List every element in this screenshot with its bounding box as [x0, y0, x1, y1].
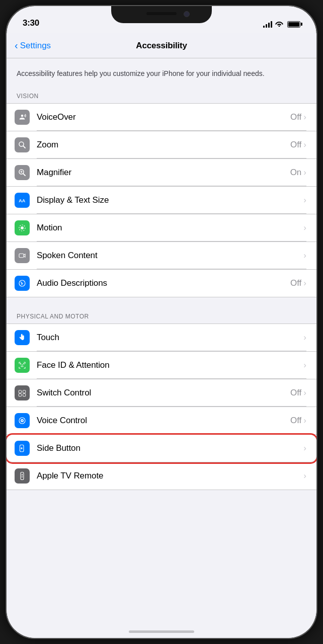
back-chevron-icon: ‹	[15, 40, 18, 51]
list-item[interactable]: Face ID & Attention ›	[7, 352, 316, 379]
svg-rect-10	[19, 254, 24, 258]
description-block: Accessibility features help you customiz…	[7, 58, 316, 87]
list-item[interactable]: Zoom Off ›	[7, 131, 316, 159]
notch	[111, 6, 212, 23]
home-indicator	[129, 630, 194, 633]
chevron-icon: ›	[303, 443, 306, 453]
switch-control-status: Off	[290, 388, 301, 398]
phone-screen: 3:30 ‹	[7, 6, 316, 638]
face-id-label: Face ID & Attention	[37, 360, 110, 370]
zoom-right: Off ›	[290, 140, 306, 150]
chevron-icon: ›	[303, 360, 306, 370]
magnifier-icon	[15, 165, 30, 180]
zoom-status: Off	[290, 140, 301, 150]
svg-rect-15	[19, 394, 21, 396]
section-vision-label: VISION	[17, 93, 39, 100]
camera	[184, 11, 190, 17]
tv-remote-label: Apple TV Remote	[37, 471, 103, 481]
display-text-size-content: Display & Text Size ›	[37, 187, 306, 214]
side-button-icon	[15, 441, 30, 456]
magnifier-status: On	[290, 168, 302, 178]
svg-text:AA: AA	[19, 198, 25, 203]
list-item[interactable]: VoiceOver Off ›	[7, 104, 316, 131]
svg-rect-16	[23, 394, 26, 396]
list-item[interactable]: Motion ›	[7, 214, 316, 242]
svg-point-22	[22, 474, 23, 475]
chevron-icon: ›	[303, 223, 306, 233]
wifi-icon	[275, 20, 283, 28]
physical-group: Touch ›	[7, 324, 316, 490]
nav-bar: ‹ Settings Accessibility	[7, 33, 316, 58]
phone-frame: 3:30 ‹	[6, 5, 317, 639]
list-item[interactable]: Audio Descriptions Off ›	[7, 270, 316, 297]
spoken-content-label: Spoken Content	[37, 251, 98, 261]
switch-control-icon	[15, 385, 30, 400]
zoom-icon	[15, 137, 30, 152]
list-item[interactable]: Magnifier On ›	[7, 159, 316, 187]
chevron-icon: ›	[303, 388, 306, 398]
description-text: Accessibility features help you customiz…	[17, 69, 265, 77]
display-text-size-label: Display & Text Size	[37, 195, 109, 205]
chevron-icon: ›	[303, 168, 306, 178]
magnifier-content: Magnifier On ›	[37, 159, 306, 186]
voice-control-right: Off ›	[290, 416, 306, 426]
battery-icon	[287, 21, 300, 28]
voice-control-label: Voice Control	[37, 416, 87, 426]
switch-control-right: Off ›	[290, 388, 306, 398]
motion-label: Motion	[37, 223, 62, 233]
switch-control-label: Switch Control	[37, 388, 91, 398]
chevron-icon: ›	[303, 278, 306, 288]
audio-desc-icon	[15, 276, 30, 291]
voiceover-status: Off	[290, 112, 301, 122]
svg-point-0	[21, 115, 24, 117]
status-time: 3:30	[23, 18, 39, 28]
audio-desc-content: Audio Descriptions Off ›	[37, 270, 306, 297]
tv-remote-content: Apple TV Remote ›	[37, 462, 306, 490]
back-button[interactable]: ‹ Settings	[15, 40, 51, 51]
chevron-icon: ›	[303, 140, 306, 150]
back-label[interactable]: Settings	[20, 41, 51, 51]
content-scroll[interactable]: Accessibility features help you customiz…	[7, 58, 316, 638]
voice-control-status: Off	[290, 416, 301, 426]
chevron-icon: ›	[303, 416, 306, 426]
svg-point-8	[21, 226, 24, 229]
svg-point-19	[22, 420, 23, 421]
spoken-content-icon	[15, 248, 30, 263]
page-title: Accessibility	[136, 41, 187, 51]
switch-control-content: Switch Control Off ›	[37, 379, 306, 407]
zoom-content: Zoom Off ›	[37, 131, 306, 158]
section-vision-header: VISION	[7, 87, 316, 103]
list-item[interactable]: Touch ›	[7, 324, 316, 352]
chevron-icon: ›	[303, 251, 306, 261]
motion-icon	[15, 220, 30, 235]
text-size-icon: AA	[15, 193, 30, 208]
list-item[interactable]: Switch Control Off ›	[7, 379, 316, 407]
speaker	[146, 12, 177, 15]
motion-right: ›	[303, 223, 306, 233]
touch-icon	[15, 330, 30, 345]
audio-desc-status: Off	[290, 278, 301, 288]
chevron-icon: ›	[303, 195, 306, 205]
signal-icon	[263, 21, 272, 28]
tv-remote-right: ›	[303, 471, 306, 481]
list-item[interactable]: Voice Control Off ›	[7, 407, 316, 435]
touch-content: Touch ›	[37, 324, 306, 351]
list-item[interactable]: Side Button ›	[7, 435, 316, 462]
voiceover-right: Off ›	[290, 112, 306, 122]
svg-line-4	[23, 174, 25, 176]
side-button-label: Side Button	[37, 443, 80, 453]
voice-control-icon	[15, 413, 30, 428]
list-item[interactable]: Spoken Content ›	[7, 242, 316, 270]
list-item[interactable]: AA Display & Text Size ›	[7, 187, 316, 214]
section-physical-label: PHYSICAL AND MOTOR	[17, 313, 89, 320]
audio-desc-label: Audio Descriptions	[37, 278, 107, 288]
list-item[interactable]: Apple TV Remote ›	[7, 462, 316, 490]
voiceover-icon	[15, 110, 30, 125]
side-button-right: ›	[303, 443, 306, 453]
svg-line-2	[23, 146, 25, 148]
voiceover-content: VoiceOver Off ›	[37, 104, 306, 131]
audio-desc-right: Off ›	[290, 278, 306, 288]
display-text-size-right: ›	[303, 195, 306, 205]
touch-right: ›	[303, 333, 306, 343]
zoom-label: Zoom	[37, 140, 58, 150]
